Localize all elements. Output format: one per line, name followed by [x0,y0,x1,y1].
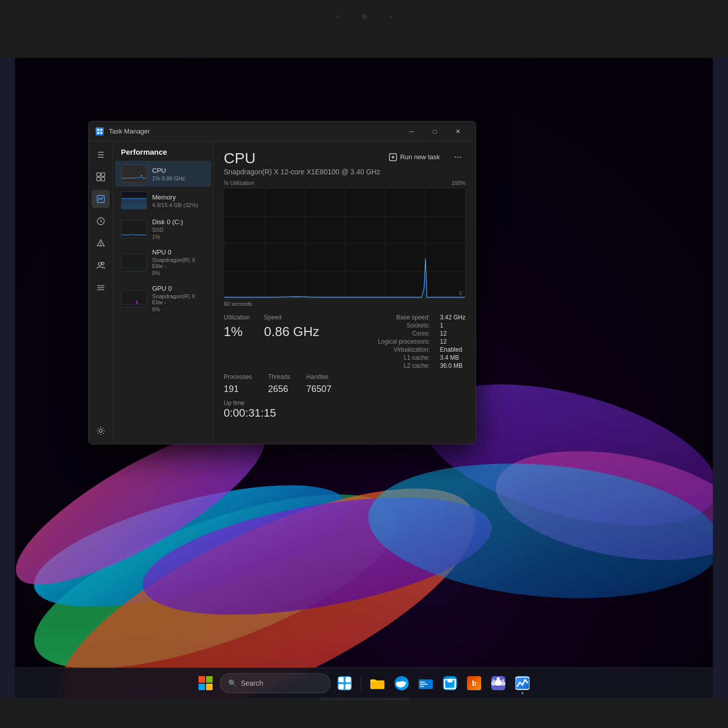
more-options-button[interactable]: ··· [450,150,466,164]
uptime-label: Up time [224,400,466,407]
cores-label: Cores: [378,330,430,337]
speed-label: Speed [264,314,319,321]
graph-y-label: % Utilization [224,180,254,186]
l1-cache-value: 3.4 MB [440,354,466,361]
uptime-value: 0:00:31:15 [224,407,466,420]
threads-value: 2656 [268,384,290,393]
svg-rect-14 [101,173,105,176]
threads-label: Threads [268,373,290,380]
sidebar-icon-settings[interactable] [92,422,110,440]
perf-header: CPU Snapdragon(R) X 12-core X1E80100 @ 3… [214,142,476,180]
svg-rect-47 [495,680,501,685]
sidebar-icon-processes[interactable] [92,168,110,186]
file-manager-button[interactable] [416,673,436,693]
svg-rect-29 [121,198,146,209]
stats-row-1: Utilization 1% Speed 0.86 GHz Base speed… [214,307,476,373]
search-bar[interactable]: 🔍 Search [220,673,330,693]
graph-section: % Utilization 100% [214,180,476,307]
close-button[interactable]: ✕ [446,123,470,140]
taskbar: 🔍 Search [15,668,713,698]
utilization-label: Utilization [224,314,250,321]
gpu-nav-name: GPU 0 [152,285,205,292]
npu-nav-sub2: 0% [152,270,205,276]
svg-point-22 [98,262,101,266]
nav-item-cpu[interactable]: CPU 1% 0.86 GHz [115,161,211,187]
handles-label: Handles [306,373,332,380]
sidebar-icon-performance[interactable] [92,190,110,208]
svg-rect-16 [101,177,105,181]
graph-label-row: % Utilization 100% [224,180,466,186]
task-manager-taskbar-icon [515,676,530,690]
memory-nav-sub: 4.9/15.4 GB (32%) [152,202,205,208]
svg-rect-38 [339,677,344,682]
svg-rect-15 [97,177,100,181]
sidebar-icon-details[interactable] [92,279,110,297]
teams-button[interactable] [488,673,508,693]
svg-rect-11 [97,132,99,134]
cpu-thumbnail [121,165,147,183]
processes-label: Processes [224,373,252,380]
memory-nav-name: Memory [152,193,205,201]
speed-value: 0.86 GHz [264,325,319,338]
titlebar-title: Task Manager [109,127,400,135]
task-manager-taskbar-button[interactable] [512,673,533,693]
memory-nav-info: Memory 4.9/15.4 GB (32%) [152,193,205,208]
gpu-nav-sub2: 0% [152,306,205,312]
disk-nav-info: Disk 0 (C:) SSD 1% [152,218,205,240]
edge-button[interactable] [391,673,412,693]
npu-thumbnail [121,253,147,272]
maximize-button[interactable]: □ [423,123,446,140]
gpu-thumbnail [121,290,147,308]
perf-cpu-title: CPU [224,150,380,167]
disk-nav-name: Disk 0 (C:) [152,218,205,226]
widgets-button[interactable] [335,673,355,693]
gpu-nav-sub: Snapdragon(R) X Elite - [152,293,205,305]
store-icon [443,676,457,690]
cores-value: 12 [440,330,466,337]
cpu-graph: 0 [224,188,466,299]
svg-rect-40 [339,684,344,689]
graph-y-max: 100% [451,180,466,186]
nav-item-memory[interactable]: Memory 4.9/15.4 GB (32%) [115,187,211,214]
store-button[interactable] [440,673,460,693]
minimize-button[interactable]: ─ [400,123,423,140]
svg-rect-9 [97,129,99,131]
disk-thumbnail [121,220,147,238]
widgets-icon [338,676,352,690]
svg-rect-42 [370,680,384,689]
perf-cpu-subtitle: Snapdragon(R) X 12-core X1E80100 @ 3.40 … [224,168,380,176]
sidebar-icons: ☰ [89,142,113,444]
titlebar: Task Manager ─ □ ✕ [89,121,476,142]
svg-point-48 [497,677,500,680]
svg-rect-46 [420,686,424,687]
memory-thumbnail [121,191,147,210]
run-new-task-label: Run new task [400,153,440,161]
left-panel: Performance CPU 1% 0.86 GHz [113,142,214,444]
file-explorer-icon [370,676,384,690]
svg-rect-49 [491,681,496,685]
disk-nav-sub1: SSD [152,227,205,233]
nav-item-gpu[interactable]: GPU 0 Snapdragon(R) X Elite - 0% [115,281,211,316]
perf-title-block: CPU Snapdragon(R) X 12-core X1E80100 @ 3… [224,150,380,176]
nav-item-disk[interactable]: Disk 0 (C:) SSD 1% [115,214,211,244]
start-button[interactable] [195,673,216,693]
run-new-task-button[interactable]: Run new task [385,151,444,163]
perf-toolbar: Run new task ··· [385,150,466,164]
panel-header: Performance [113,142,213,160]
sidebar-hamburger[interactable]: ☰ [92,146,110,164]
svg-point-52 [502,679,504,682]
right-panel: CPU Snapdragon(R) X 12-core X1E80100 @ 3… [214,142,476,444]
nav-item-npu[interactable]: NPU 0 Snapdragon(R) X Elite - 0% [115,244,211,280]
ms-news-button[interactable]: b [464,673,484,693]
l2-cache-value: 36.0 MB [440,362,466,369]
sidebar-icon-users[interactable] [92,256,110,275]
file-explorer-button[interactable] [367,673,387,693]
search-icon: 🔍 [228,679,237,687]
svg-rect-51 [501,681,505,685]
logical-processors-label: Logical processors: [378,338,430,345]
file-manager-icon [419,676,433,690]
cpu-nav-sub: 1% 0.86 GHz [152,175,205,181]
sidebar-icon-history[interactable] [92,212,110,230]
taskbar-divider-1 [361,676,361,691]
sidebar-icon-startup[interactable] [92,234,110,252]
